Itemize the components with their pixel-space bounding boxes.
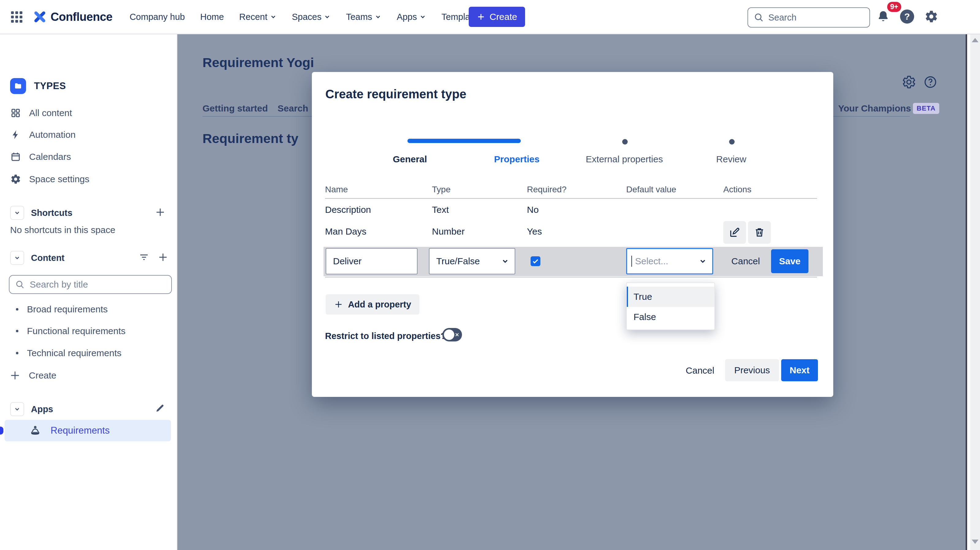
- search-input[interactable]: [768, 12, 861, 23]
- check-icon: [532, 258, 539, 265]
- dialog-previous-button[interactable]: Previous: [725, 359, 779, 381]
- step-external-properties[interactable]: External properties: [581, 154, 667, 164]
- logo-wordmark: Confluence: [51, 10, 113, 24]
- row-man-days-name: Man Days: [325, 226, 366, 237]
- property-name-input[interactable]: [326, 248, 418, 274]
- sidebar-item-space-settings[interactable]: Space settings: [10, 170, 89, 188]
- col-default-value: Default value: [626, 184, 676, 194]
- bullet-icon: [16, 352, 18, 354]
- help-button[interactable]: ?: [899, 8, 916, 25]
- table-header-divider: [325, 198, 817, 199]
- filter-icon[interactable]: [138, 252, 150, 263]
- shortcuts-section-header: Shortcuts: [10, 206, 72, 220]
- gear-icon: [902, 75, 916, 89]
- chevron-down-icon: [419, 13, 426, 20]
- restrict-toggle[interactable]: [442, 328, 462, 342]
- plus-icon: [477, 13, 485, 21]
- row-man-days-type: Number: [432, 226, 465, 237]
- space-avatar-icon: [10, 78, 26, 94]
- shortcuts-empty-text: No shortcuts in this space: [10, 225, 116, 235]
- page-settings-button[interactable]: [902, 75, 916, 91]
- dropdown-option-true[interactable]: True: [627, 287, 714, 307]
- edit-row-button[interactable]: [723, 221, 746, 244]
- chevron-down-icon: [14, 210, 21, 216]
- tab-search[interactable]: Search: [278, 103, 308, 114]
- chevron-down-icon: [14, 406, 21, 412]
- space-header[interactable]: TYPES: [10, 78, 66, 94]
- step-general[interactable]: General: [387, 154, 433, 164]
- lightning-icon: [10, 129, 21, 140]
- add-shortcut-button[interactable]: [155, 207, 166, 218]
- dialog-next-button[interactable]: Next: [781, 359, 818, 381]
- edit-apps-button[interactable]: [155, 403, 165, 413]
- page-help-button[interactable]: [923, 75, 937, 91]
- step-properties[interactable]: Properties: [486, 154, 547, 164]
- help-icon: ?: [900, 10, 914, 24]
- app-switcher-icon[interactable]: [11, 11, 22, 23]
- plus-icon[interactable]: [158, 252, 169, 263]
- page-item-broad-requirements[interactable]: Broad requirements: [16, 302, 108, 317]
- shortcuts-title: Shortcuts: [31, 208, 72, 218]
- sidebar-item-all-content[interactable]: All content: [10, 104, 72, 122]
- tab-your-champions[interactable]: Your Champions: [838, 103, 911, 114]
- collapse-content-button[interactable]: [10, 251, 24, 265]
- nav-home[interactable]: Home: [200, 12, 224, 22]
- search-by-title-input[interactable]: [29, 279, 159, 290]
- default-value-select[interactable]: Select...: [626, 248, 713, 274]
- add-property-button[interactable]: Add a property: [326, 294, 419, 315]
- requirement-yogi-icon: [29, 424, 42, 437]
- row-description-required: No: [527, 205, 539, 215]
- page-item-technical-requirements[interactable]: Technical requirements: [16, 345, 121, 361]
- row-man-days-required: Yes: [527, 226, 542, 237]
- property-type-select[interactable]: True/False: [429, 248, 515, 274]
- gear-icon: [10, 174, 21, 184]
- nav-company-hub[interactable]: Company hub: [130, 12, 185, 22]
- sidebar-item-calendars[interactable]: Calendars: [10, 148, 71, 166]
- nav-apps[interactable]: Apps: [397, 12, 426, 22]
- space-name: TYPES: [34, 81, 66, 92]
- folder-icon: [13, 81, 23, 91]
- collapse-shortcuts-button[interactable]: [10, 206, 24, 220]
- gear-icon: [924, 10, 938, 24]
- create-button[interactable]: Create: [469, 7, 525, 27]
- sidebar-item-automation[interactable]: Automation: [10, 126, 76, 144]
- cross-icon: [454, 332, 460, 337]
- settings-button[interactable]: [923, 8, 940, 25]
- scrollbar[interactable]: [970, 34, 980, 550]
- confluence-logo[interactable]: Confluence: [33, 10, 113, 24]
- scroll-up-arrow[interactable]: [972, 38, 978, 42]
- dialog-cancel-button[interactable]: Cancel: [679, 364, 721, 378]
- section-title: Requirement ty: [202, 131, 298, 146]
- sidebar-item-requirements[interactable]: Requirements: [5, 420, 171, 441]
- chevron-down-icon: [375, 13, 382, 20]
- content-title: Content: [31, 253, 65, 263]
- required-checkbox[interactable]: [531, 256, 540, 266]
- dropdown-option-false[interactable]: False: [627, 307, 714, 327]
- trash-icon: [754, 227, 765, 238]
- nav-spaces[interactable]: Spaces: [292, 12, 331, 22]
- bell-icon: [877, 10, 890, 23]
- sidebar: TYPES All content Automation Calendars: [0, 34, 177, 550]
- nav-recent[interactable]: Recent: [239, 12, 277, 22]
- confluence-mark-icon: [33, 10, 47, 24]
- row-cancel-button[interactable]: Cancel: [724, 254, 767, 268]
- tab-getting-started[interactable]: Getting started: [202, 103, 268, 114]
- create-requirement-type-dialog: Create requirement type General Properti…: [312, 72, 833, 397]
- chevron-down-icon: [14, 254, 21, 261]
- notification-count-badge: 9+: [887, 2, 901, 12]
- page-item-functional-requirements[interactable]: Functional requirements: [16, 323, 126, 339]
- nav-teams[interactable]: Teams: [346, 12, 381, 22]
- row-save-button[interactable]: Save: [771, 249, 808, 273]
- row-description-name: Description: [325, 205, 371, 215]
- delete-row-button[interactable]: [748, 221, 771, 244]
- step-review[interactable]: Review: [707, 154, 756, 164]
- plus-icon: [334, 300, 343, 309]
- collapse-apps-button[interactable]: [10, 402, 24, 416]
- calendar-icon: [10, 151, 21, 162]
- stepper-progress-bar: [407, 139, 521, 143]
- sidebar-create-button[interactable]: Create: [9, 366, 56, 385]
- scroll-down-arrow[interactable]: [972, 540, 978, 544]
- plus-icon: [9, 370, 21, 381]
- edit-icon: [729, 227, 740, 238]
- col-name: Name: [325, 184, 348, 194]
